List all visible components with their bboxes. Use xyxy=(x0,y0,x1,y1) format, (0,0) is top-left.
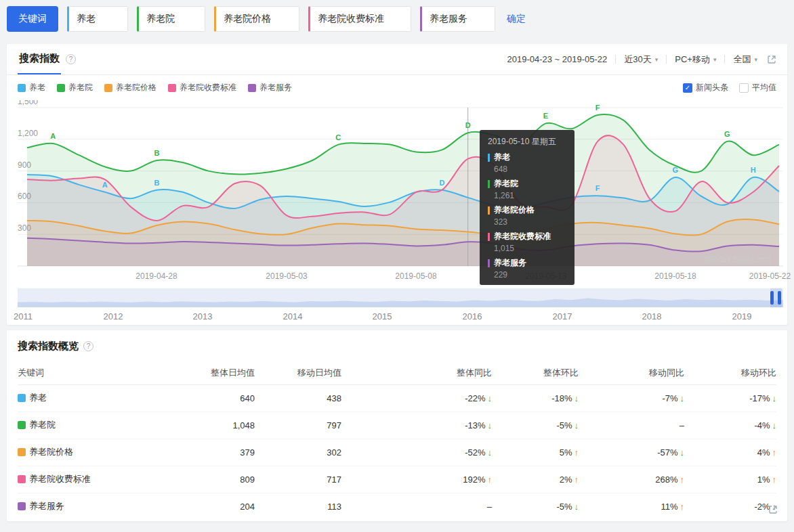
mobile-avg-cell: 438 xyxy=(255,384,341,412)
svg-text:A: A xyxy=(102,181,108,189)
keyword-input-5[interactable]: 养老服务 xyxy=(420,6,495,32)
keyword-input-1[interactable]: 养老 xyxy=(67,6,128,32)
svg-text:1,200: 1,200 xyxy=(18,129,38,138)
column-header-5: 整体环比 xyxy=(492,361,579,384)
pct-cell-3: -7%↓ xyxy=(579,384,684,412)
x-axis-label: 2019-05-08 xyxy=(395,271,436,281)
keyword-cell-inner: 养老院价格 xyxy=(18,446,179,458)
slider-handle-left[interactable] xyxy=(770,291,774,305)
svg-text:B: B xyxy=(154,179,159,187)
x-axis-label: 2019-05-03 xyxy=(266,271,307,281)
table-row[interactable]: 养老院收费标准809717192%↑2%↑268%↑1%↑ xyxy=(18,466,776,493)
baidu-index-page: 关键词 养老养老院养老院价格养老院收费标准养老服务 确定 搜索指数 ? 2019… xyxy=(0,0,794,521)
legend-item[interactable]: 养老院收费标准 xyxy=(168,82,236,93)
table-title: 搜索指数概览 xyxy=(18,340,79,353)
tooltip-value: 1,261 xyxy=(494,191,566,200)
checkbox-option[interactable]: 平均值 xyxy=(739,82,776,93)
mobile-avg-cell: 113 xyxy=(255,493,341,520)
pct-cell-2: -5%↓ xyxy=(492,412,579,439)
legend-label: 养老院价格 xyxy=(116,82,156,93)
column-header-7: 移动环比 xyxy=(684,361,776,384)
help-icon[interactable]: ? xyxy=(66,54,76,64)
timeline-year: 2011 xyxy=(14,311,33,322)
search-index-card: 搜索指数 ? 2019-04-23 ~ 2019-05-22 近30天 ▾ PC… xyxy=(7,44,787,325)
keyword-name: 养老院价格 xyxy=(29,446,73,458)
table-row[interactable]: 养老院价格379302-52%↓5%↑-57%↓4%↑ xyxy=(18,439,776,466)
timeline-slider[interactable] xyxy=(18,288,783,307)
keyword-input-3[interactable]: 养老院价格 xyxy=(214,6,299,32)
legend-color-chip xyxy=(57,84,65,92)
pct-cell-2: 5%↑ xyxy=(492,439,579,466)
region-dropdown[interactable]: 全国 ▾ xyxy=(733,53,757,66)
device-dropdown[interactable]: PC+移动 ▾ xyxy=(675,53,716,66)
table-help-icon[interactable]: ? xyxy=(83,341,93,351)
checkbox-option[interactable]: ✓新闻头条 xyxy=(683,82,728,93)
tooltip-date: 2019-05-10 星期五 xyxy=(488,136,566,148)
pct-cell-1: -22%↓ xyxy=(341,384,492,412)
pct-cell-1: -52%↓ xyxy=(341,439,492,466)
chart-options: ✓新闻头条平均值 xyxy=(683,82,776,93)
keyword-input-value: 养老服务 xyxy=(430,13,467,25)
legend-color-chip xyxy=(248,84,256,92)
tab-label: 搜索指数 xyxy=(19,52,60,65)
svg-text:A: A xyxy=(50,132,56,140)
keyword-name: 养老服务 xyxy=(29,500,64,512)
tooltip-keyword: 养老服务 xyxy=(488,257,566,269)
down-arrow-icon: ↓ xyxy=(680,447,685,458)
legend-item[interactable]: 养老 xyxy=(18,82,45,93)
keyword-input-4[interactable]: 养老院收费标准 xyxy=(308,6,411,32)
legend-item[interactable]: 养老服务 xyxy=(248,82,292,93)
down-arrow-icon: ↓ xyxy=(772,420,777,430)
x-axis-label: 2019-05-18 xyxy=(654,271,696,281)
legend-item[interactable]: 养老院 xyxy=(57,82,93,93)
checked-checkbox-icon[interactable]: ✓ xyxy=(683,83,692,93)
table-row[interactable]: 养老640438-22%↓-18%↓-7%↓-17%↓ xyxy=(18,384,776,412)
overview-table: 关键词整体日均值移动日均值整体同比整体环比移动同比移动环比 养老640438-2… xyxy=(18,361,776,520)
pct-value: 268% xyxy=(655,474,677,485)
keyword-button[interactable]: 关键词 xyxy=(7,6,58,32)
legend-item[interactable]: 养老院价格 xyxy=(104,82,156,93)
tooltip-color-bar xyxy=(488,180,490,188)
table-row[interactable]: 养老院1,048797-13%↓-5%↓–-4%↓ xyxy=(18,412,776,439)
down-arrow-icon: ↓ xyxy=(772,393,777,403)
overall-avg-cell: 640 xyxy=(179,384,255,412)
legend-color-chip xyxy=(18,84,26,92)
keyword-input-2[interactable]: 养老院 xyxy=(137,6,205,32)
x-axis-labels: 2019-04-282019-05-032019-05-082019-05-13… xyxy=(18,269,783,284)
slider-handle-right[interactable] xyxy=(778,291,781,305)
pct-cell-3: 11%↑ xyxy=(579,493,684,520)
table-external-link-icon[interactable] xyxy=(768,505,778,514)
trend-chart[interactable]: 3006009001,2001,500ABDFGHABCDEFG 2019-05… xyxy=(18,100,783,269)
timeline-year: 2016 xyxy=(463,311,482,322)
unchecked-checkbox-icon[interactable] xyxy=(739,83,749,93)
confirm-link[interactable]: 确定 xyxy=(507,13,526,25)
chevron-down-icon: ▾ xyxy=(655,56,659,63)
keyword-cell-inner: 养老院收费标准 xyxy=(18,473,179,485)
overview-card: 搜索指数概览 ? 关键词整体日均值移动日均值整体同比整体环比移动同比移动环比 养… xyxy=(7,330,787,521)
divider xyxy=(666,55,667,64)
pct-cell-2: -18%↓ xyxy=(492,384,579,412)
svg-text:F: F xyxy=(596,184,600,192)
keyword-cell: 养老 xyxy=(18,384,179,412)
down-arrow-icon: ↓ xyxy=(488,420,493,430)
mobile-avg-cell: 797 xyxy=(255,412,341,439)
timeline-year: 2014 xyxy=(283,311,303,322)
keyword-name: 养老院收费标准 xyxy=(29,473,91,485)
up-arrow-icon: ↑ xyxy=(772,447,777,458)
timeline-year: 2019 xyxy=(732,311,752,322)
tooltip-item: 养老院价格323 xyxy=(488,204,566,227)
svg-text:H: H xyxy=(751,166,756,174)
tab-search-index[interactable]: 搜索指数 xyxy=(18,44,61,74)
svg-text:E: E xyxy=(543,112,548,120)
pct-cell-3: -57%↓ xyxy=(579,439,684,466)
table-row[interactable]: 养老服务204113–-5%↓11%↑-2%↓ xyxy=(18,493,776,520)
time-range-dropdown[interactable]: 近30天 ▾ xyxy=(624,53,658,66)
overall-avg-cell: 379 xyxy=(179,439,255,466)
external-link-icon[interactable] xyxy=(767,55,776,64)
pct-cell-4: -4%↓ xyxy=(684,412,776,439)
svg-text:F: F xyxy=(596,104,600,112)
chart-controls: 2019-04-23 ~ 2019-05-22 近30天 ▾ PC+移动 ▾ 全… xyxy=(507,53,776,66)
keyword-color-chip xyxy=(18,394,26,402)
tooltip-item: 养老院收费标准1,015 xyxy=(488,231,566,253)
chevron-down-icon: ▾ xyxy=(713,56,717,63)
